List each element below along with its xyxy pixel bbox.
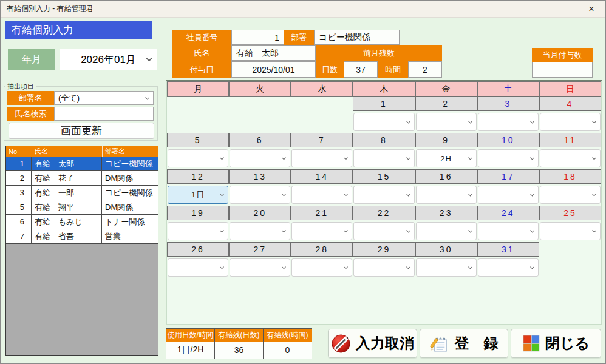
calendar-day-header: 日 [539, 81, 601, 97]
day-12-select[interactable]: 1日 [168, 186, 228, 204]
employee-table-header: No氏名部署名 [6, 146, 158, 157]
close-icon[interactable]: × [577, 1, 605, 18]
summary-value-row: 1日/2H360 [166, 342, 312, 359]
day-23-select[interactable] [416, 222, 477, 240]
calendar-empty-cell [167, 96, 229, 111]
employee-no: 3 [6, 186, 32, 200]
day-31-select[interactable] [478, 258, 539, 277]
chevron-down-icon [592, 192, 596, 196]
day-28-select[interactable] [291, 258, 352, 277]
day-30-select[interactable] [416, 258, 477, 277]
employee-no: 7 [6, 229, 32, 243]
refresh-screen-button[interactable]: 画面更新 [9, 123, 154, 139]
day-6-select[interactable] [230, 149, 290, 167]
days-value: 37 [344, 61, 378, 78]
calendar-day-number: 29 [353, 242, 415, 257]
day-10-select[interactable] [478, 149, 539, 167]
employee-name: 有給 花子 [32, 171, 102, 185]
day-1-select[interactable] [353, 113, 414, 131]
calendar-input-cell [167, 257, 229, 279]
day-14-select[interactable] [291, 186, 352, 204]
close-window-button[interactable]: 閉じる [511, 329, 601, 358]
filter-group-label: 抽出項目 [5, 82, 36, 91]
chevron-down-icon [145, 95, 149, 99]
cancel-button-label: 入力取消 [356, 334, 414, 353]
calendar-day-number: 8 [353, 133, 415, 147]
chevron-down-icon [282, 155, 286, 160]
day-16-select[interactable] [416, 186, 477, 204]
day-20-select[interactable] [230, 222, 290, 240]
calendar-input-cell [291, 147, 353, 170]
calendar-input-cell [415, 184, 477, 206]
summary-header-cell: 有給残(日数) [215, 329, 264, 342]
window-title: 有給個別入力 - 有給管理君 [1, 4, 94, 14]
calendar-day-number: 31 [477, 242, 539, 257]
chevron-down-icon [592, 228, 596, 232]
day-3-select[interactable] [478, 113, 539, 131]
day-24-select[interactable] [478, 222, 539, 240]
day-11-select[interactable] [540, 149, 601, 167]
cancel-input-button[interactable]: 入力取消 [328, 329, 417, 358]
calendar-input-cell: 1日 [167, 184, 229, 206]
day-select-value: 2H [440, 154, 452, 163]
day-18-select[interactable] [540, 186, 601, 204]
employee-table-rows: 1有給 太郎コピー機関係2有給 花子DM関係3有給 一郎コピー機関係5有給 翔平… [6, 157, 158, 244]
day-21-select[interactable] [291, 222, 352, 240]
day-22-select[interactable] [353, 222, 414, 240]
calendar-input-cell [415, 111, 477, 133]
table-row[interactable]: 3有給 一郎コピー機関係 [6, 186, 158, 200]
table-row[interactable]: 7有給 省吾営業 [6, 229, 158, 244]
employee-name-label: 氏名 [172, 46, 231, 61]
table-row[interactable]: 6有給 もみじトナー関係 [6, 215, 158, 229]
day-5-select[interactable] [168, 149, 228, 167]
calendar-day-number-row: 262728293031 [167, 243, 601, 257]
day-2-select[interactable] [416, 113, 477, 131]
employee-dept: DM関係 [102, 171, 158, 185]
year-month-select[interactable]: 2026年01月 [60, 49, 157, 70]
calendar-day-number-row: 12131415161718 [167, 170, 601, 184]
calendar-day-number: 14 [291, 169, 353, 184]
calendar-empty-cell [539, 242, 601, 257]
day-9-select[interactable]: 2H [416, 149, 477, 167]
name-search-input[interactable] [54, 107, 154, 121]
day-8-select[interactable] [353, 149, 414, 167]
calendar-input-cell [477, 257, 539, 279]
day-19-select[interactable] [168, 222, 228, 240]
department-value: コピー機関係 [314, 30, 400, 45]
calendar-day-header: 水 [291, 81, 353, 97]
summary-value-cell: 0 [264, 342, 312, 359]
register-button[interactable]: 登 録 [420, 329, 508, 358]
employee-name: 有給 太郎 [32, 157, 102, 170]
title-bar: 有給個別入力 - 有給管理君 × [1, 1, 605, 18]
employee-no: 2 [6, 171, 32, 185]
hours-value: 2 [408, 61, 442, 78]
day-4-select[interactable] [540, 113, 601, 131]
chevron-down-icon [530, 155, 534, 160]
chevron-down-icon [592, 155, 596, 160]
day-26-select[interactable] [168, 258, 228, 277]
employee-no: 6 [6, 215, 32, 229]
day-25-select[interactable] [540, 222, 601, 240]
table-row[interactable]: 1有給 太郎コピー機関係 [6, 157, 158, 171]
chevron-down-icon [406, 265, 410, 269]
table-row[interactable]: 2有給 花子DM関係 [6, 171, 158, 186]
day-7-select[interactable] [291, 149, 352, 167]
calendar-day-header: 木 [353, 81, 415, 97]
department-filter-select[interactable]: (全て) [54, 91, 154, 105]
calendar-day-header: 土 [477, 81, 539, 97]
current-month-grant-label: 当月付与数 [532, 48, 593, 62]
chevron-down-icon [530, 119, 534, 123]
day-17-select[interactable] [478, 186, 539, 204]
employee-table: No氏名部署名 1有給 太郎コピー機関係2有給 花子DM関係3有給 一郎コピー機… [5, 146, 158, 356]
day-27-select[interactable] [230, 258, 290, 277]
employee-number-value[interactable]: 1 [231, 30, 284, 45]
table-row[interactable]: 5有給 翔平DM関係 [6, 200, 158, 215]
employee-name: 有給 省吾 [32, 229, 102, 243]
calendar-day-number: 15 [353, 169, 415, 184]
calendar-day-number: 4 [539, 96, 601, 111]
calendar-input-row: 2H [167, 147, 601, 170]
day-29-select[interactable] [353, 258, 414, 277]
day-15-select[interactable] [353, 186, 414, 204]
chevron-down-icon [468, 228, 472, 232]
day-13-select[interactable] [230, 186, 290, 204]
